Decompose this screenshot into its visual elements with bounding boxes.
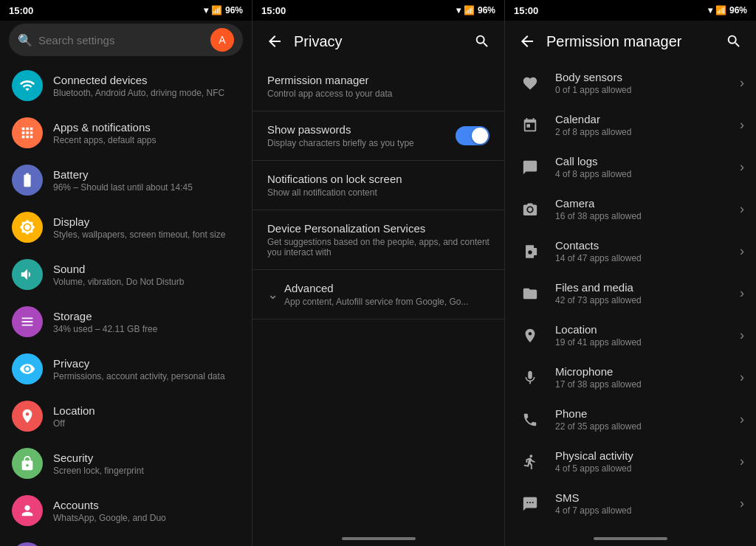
back-button-right[interactable]: [514, 28, 540, 55]
perm_manager-label: Permission manager: [267, 74, 489, 86]
accounts-label: Accounts: [53, 499, 240, 511]
perm-item-files_media[interactable]: Files and media 42 of 73 apps allowed ›: [505, 272, 756, 314]
advanced-sublabel: App content, Autofill service from Googl…: [284, 297, 489, 307]
settings-item-accessibility[interactable]: Accessibility Screen readers, display, i…: [0, 534, 252, 546]
chevron-right-icon: ›: [740, 117, 744, 133]
perm-item-sms[interactable]: SMS 4 of 7 apps allowed ›: [505, 483, 756, 525]
mid-panel-title: Privacy: [288, 33, 469, 50]
contacts-count: 14 of 47 apps allowed: [555, 253, 642, 263]
show_passwords-label: Show passwords: [267, 123, 456, 136]
location-count: 19 of 41 apps allowed: [555, 337, 642, 348]
search-button-mid[interactable]: [469, 28, 495, 55]
sms-name: SMS: [555, 491, 631, 504]
security-icon: [12, 448, 43, 479]
storage-text: Storage 34% used – 42.11 GB free: [53, 310, 240, 334]
status-bar-right: 15:00 ▾ 📶 96%: [505, 0, 756, 21]
chevron-right-icon: ›: [740, 328, 744, 343]
settings-item-sound[interactable]: Sound Volume, vibration, Do Not Disturb: [0, 251, 252, 298]
physical_activity-name: Physical activity: [555, 449, 633, 462]
calendar-icon: [517, 117, 543, 134]
storage-label: Storage: [53, 310, 240, 322]
status-bar-left: 15:00 ▾ 📶 96%: [0, 0, 252, 21]
perm-item-microphone[interactable]: Microphone 17 of 38 apps allowed ›: [505, 356, 756, 398]
call_logs-name: Call logs: [555, 155, 631, 167]
privacy-item-device_personalization[interactable]: Device Personalization Services Get sugg…: [252, 210, 504, 270]
perm-item-phone[interactable]: Phone 22 of 35 apps allowed ›: [505, 398, 756, 440]
perm-item-location[interactable]: Location 19 of 41 apps allowed ›: [505, 314, 756, 356]
settings-item-storage[interactable]: Storage 34% used – 42.11 GB free: [0, 298, 252, 345]
microphone-icon: [517, 370, 543, 386]
settings-item-apps[interactable]: Apps & notifications Recent apps, defaul…: [0, 109, 252, 156]
mid-panel-header: Privacy: [252, 21, 504, 62]
device_personalization-label: Device Personalization Services: [267, 222, 489, 235]
sound-label: Sound: [53, 263, 240, 275]
time-mid: 15:00: [261, 5, 286, 16]
left-panel: 15:00 ▾ 📶 96% 🔍 A Connected devices Blue…: [0, 0, 252, 546]
wifi-icon-mid: ▾: [456, 5, 461, 15]
home-indicator-mid: [252, 531, 504, 546]
connected-text: Connected devices Bluetooth, Android Aut…: [53, 74, 240, 98]
microphone-name: Microphone: [555, 365, 642, 378]
settings-item-display[interactable]: Display Styles, wallpapers, screen timeo…: [0, 204, 252, 251]
location-sublabel: Off: [53, 418, 240, 429]
accessibility-icon: [12, 542, 43, 546]
phone-count: 22 of 35 apps allowed: [555, 421, 642, 432]
settings-item-accounts[interactable]: Accounts WhatsApp, Google, and Duo: [0, 487, 252, 534]
right-panel-title: Permission manager: [540, 33, 721, 50]
settings-item-privacy[interactable]: Privacy Permissions, account activity, p…: [0, 345, 252, 393]
settings-item-location[interactable]: Location Off: [0, 393, 252, 440]
privacy-item-perm_manager[interactable]: Permission manager Control app access to…: [252, 62, 504, 111]
search-icon: 🔍: [18, 33, 32, 47]
storage-icon: [12, 306, 43, 337]
connected-label: Connected devices: [53, 74, 240, 86]
perm-item-camera[interactable]: Camera 16 of 38 apps allowed ›: [505, 188, 756, 230]
privacy-item-notif_lock[interactable]: Notifications on lock screen Show all no…: [252, 161, 504, 210]
perm-item-calendar[interactable]: Calendar 2 of 8 apps allowed ›: [505, 104, 756, 146]
phone-name: Phone: [555, 407, 642, 420]
settings-item-security[interactable]: Security Screen lock, fingerprint: [0, 440, 252, 487]
location-icon: [517, 328, 543, 344]
sound-sublabel: Volume, vibration, Do Not Disturb: [53, 277, 240, 287]
search-input[interactable]: [38, 34, 210, 46]
show_passwords-toggle[interactable]: [456, 126, 489, 145]
perm-item-contacts[interactable]: Contacts 14 of 47 apps allowed ›: [505, 230, 756, 272]
battery-right: 96%: [729, 5, 747, 15]
search-bar[interactable]: 🔍 A: [9, 24, 243, 56]
perm-item-call_logs[interactable]: Call logs 4 of 8 apps allowed ›: [505, 146, 756, 188]
home-indicator-right: [505, 531, 756, 546]
chevron-down-icon: ⌄: [267, 286, 278, 303]
accounts-sublabel: WhatsApp, Google, and Duo: [53, 513, 240, 523]
files_media-count: 42 of 73 apps allowed: [555, 295, 642, 305]
chevron-right-icon: ›: [740, 370, 744, 385]
chevron-right-icon: ›: [740, 412, 744, 427]
chevron-right-icon: ›: [740, 159, 744, 175]
status-icons-mid: ▾ 📶 96%: [456, 5, 495, 15]
chevron-right-icon: ›: [740, 75, 744, 91]
battery-sublabel: 96% – Should last until about 14:45: [53, 182, 240, 193]
sound-text: Sound Volume, vibration, Do Not Disturb: [53, 263, 240, 287]
chevron-right-icon: ›: [740, 243, 744, 259]
connected-icon: [12, 70, 43, 101]
display-icon: [12, 212, 43, 243]
location-icon: [12, 401, 43, 432]
home-bar-mid: [342, 537, 416, 540]
perm-item-body_sensors[interactable]: Body sensors 0 of 1 apps allowed ›: [505, 62, 756, 104]
back-button-mid[interactable]: [261, 28, 288, 55]
settings-item-battery[interactable]: Battery 96% – Should last until about 14…: [0, 156, 252, 204]
camera-name: Camera: [555, 197, 642, 210]
avatar[interactable]: A: [210, 28, 234, 52]
connected-sublabel: Bluetooth, Android Auto, driving mode, N…: [53, 88, 240, 98]
settings-item-connected[interactable]: Connected devices Bluetooth, Android Aut…: [0, 62, 252, 109]
permission-list: Body sensors 0 of 1 apps allowed › Calen…: [505, 62, 756, 531]
accounts-icon: [12, 495, 43, 526]
battery-label: Battery: [53, 168, 240, 181]
perm-item-physical_activity[interactable]: Physical activity 4 of 5 apps allowed ›: [505, 440, 756, 483]
calendar-name: Calendar: [555, 113, 631, 125]
privacy-item-show_passwords[interactable]: Show passwords Display characters briefl…: [252, 111, 504, 161]
security-sublabel: Screen lock, fingerprint: [53, 466, 240, 476]
location-label: Location: [53, 404, 240, 417]
show_passwords-sublabel: Display characters briefly as you type: [267, 138, 456, 148]
battery-text: Battery 96% – Should last until about 14…: [53, 168, 240, 193]
privacy-item-advanced[interactable]: ⌄ Advanced App content, Autofill service…: [252, 270, 504, 319]
search-button-right[interactable]: [721, 28, 747, 55]
